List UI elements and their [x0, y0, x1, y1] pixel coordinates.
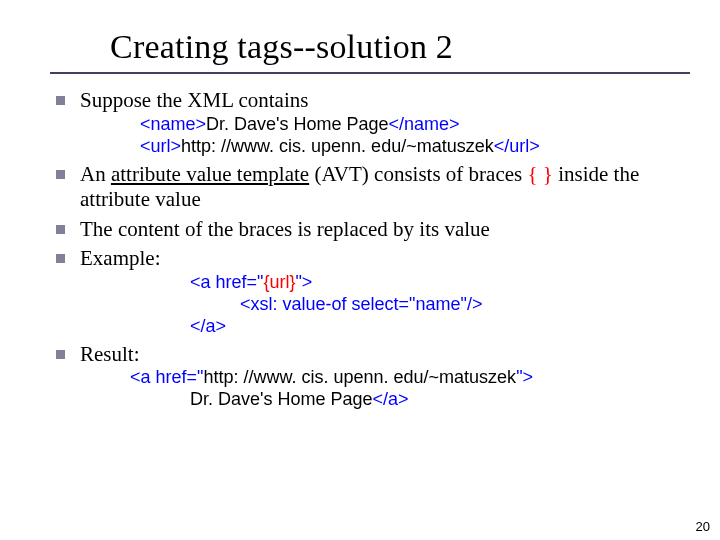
bullet-result: Result: <a href="http: //www. cis. upenn…	[50, 342, 690, 412]
code-line-name: <name>Dr. Dave's Home Page</name>	[80, 114, 690, 136]
title-rule	[50, 72, 690, 74]
result-line-1: <a href="http: //www. cis. upenn. edu/~m…	[80, 367, 690, 389]
text: The content of the braces is replaced by…	[80, 217, 490, 241]
example-line-1: <a href="{url}">	[80, 272, 690, 294]
bullet-avt: An attribute value template (AVT) consis…	[50, 162, 690, 213]
code: ">	[516, 367, 533, 387]
example-line-3: </a>	[80, 316, 690, 338]
tag-close: </name>	[389, 114, 460, 134]
text: Result:	[80, 342, 140, 366]
code: </a>	[190, 316, 226, 336]
bullet-example: Example: <a href="{url}"> <xsl: value-of…	[50, 246, 690, 337]
bullet-replaced: The content of the braces is replaced by…	[50, 217, 690, 243]
code: ">	[295, 272, 312, 292]
text: Example:	[80, 246, 160, 270]
bullet-text: Suppose the XML contains	[80, 88, 308, 112]
tag-open: <name>	[140, 114, 206, 134]
bullet-suppose: Suppose the XML contains <name>Dr. Dave'…	[50, 88, 690, 158]
slide-title: Creating tags--solution 2	[110, 28, 690, 66]
text-braces: { }	[528, 162, 553, 186]
tag-close: </url>	[494, 136, 540, 156]
tag-content: http: //www. cis. upenn. edu/~matuszek	[181, 136, 494, 156]
code-text: Dr. Dave's Home Page	[190, 389, 373, 409]
text-underline: attribute value template	[111, 162, 309, 186]
tag-open: <url>	[140, 136, 181, 156]
code-url: http: //www. cis. upenn. edu/~matuszek	[203, 367, 516, 387]
slide: { "title": "Creating tags--solution 2", …	[0, 0, 720, 540]
text: An	[80, 162, 111, 186]
code: </a>	[373, 389, 409, 409]
text: (AVT) consists of braces	[309, 162, 527, 186]
code-braces: {url}	[263, 272, 295, 292]
example-line-2: <xsl: value-of select="name"/>	[80, 294, 690, 316]
result-line-2: Dr. Dave's Home Page</a>	[80, 389, 690, 411]
code: <a href="	[190, 272, 263, 292]
page-number: 20	[696, 519, 710, 534]
code: <xsl: value-of select="name"/>	[240, 294, 482, 314]
tag-content: Dr. Dave's Home Page	[206, 114, 389, 134]
code: <a href="	[130, 367, 203, 387]
code-line-url: <url>http: //www. cis. upenn. edu/~matus…	[80, 136, 690, 158]
content: Suppose the XML contains <name>Dr. Dave'…	[50, 88, 690, 411]
